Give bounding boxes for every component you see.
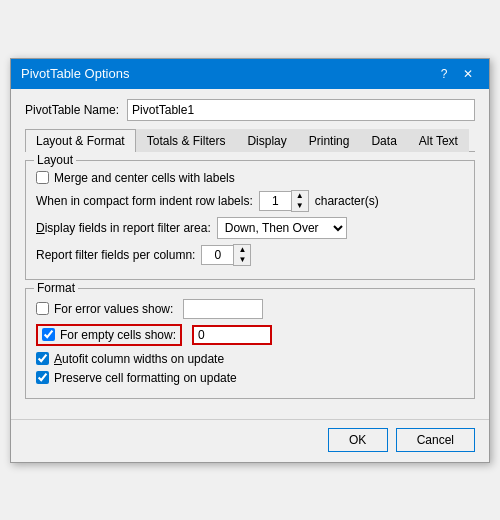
pivot-name-input[interactable] — [127, 99, 475, 121]
compact-indent-down[interactable]: ▼ — [292, 201, 308, 211]
empty-cells-label: For empty cells show: — [60, 328, 176, 342]
compact-indent-input[interactable] — [259, 191, 291, 211]
compact-indent-label: When in compact form indent row labels: — [36, 194, 253, 208]
merge-center-row: Merge and center cells with labels — [36, 171, 464, 185]
filter-per-column-down[interactable]: ▼ — [234, 255, 250, 265]
filter-per-column-row: Report filter fields per column: ▲ ▼ — [36, 244, 464, 266]
compact-indent-spinner: ▲ ▼ — [259, 190, 309, 212]
format-section: Format For error values show: For empty … — [25, 288, 475, 399]
dialog-title: PivotTable Options — [21, 66, 129, 81]
name-row: PivotTable Name: — [25, 99, 475, 121]
compact-indent-suffix: character(s) — [315, 194, 379, 208]
filter-per-column-label: Report filter fields per column: — [36, 248, 195, 262]
preserve-format-checkbox[interactable] — [36, 371, 49, 384]
error-values-checkbox[interactable] — [36, 302, 49, 315]
empty-cells-input[interactable] — [192, 325, 272, 345]
tabs-bar: Layout & Format Totals & Filters Display… — [25, 129, 475, 152]
layout-section-content: Merge and center cells with labels When … — [36, 171, 464, 266]
empty-cells-checkbox[interactable] — [42, 328, 55, 341]
tab-layout-format[interactable]: Layout & Format — [25, 129, 136, 152]
compact-indent-spin-buttons: ▲ ▼ — [291, 190, 309, 212]
display-fields-label: Display fields in report filter area: — [36, 221, 211, 235]
autofit-row: Autofit column widths on update — [36, 352, 464, 366]
layout-section: Layout Merge and center cells with label… — [25, 160, 475, 280]
dialog-footer: OK Cancel — [11, 419, 489, 462]
tab-totals-filters[interactable]: Totals & Filters — [136, 129, 237, 152]
dialog-body: PivotTable Name: Layout & Format Totals … — [11, 89, 489, 419]
pivot-table-options-dialog: PivotTable Options ? ✕ PivotTable Name: … — [10, 58, 490, 463]
filter-per-column-input[interactable] — [201, 245, 233, 265]
compact-indent-up[interactable]: ▲ — [292, 191, 308, 201]
title-bar-buttons: ? ✕ — [433, 65, 479, 83]
filter-per-column-spin-buttons: ▲ ▼ — [233, 244, 251, 266]
merge-center-checkbox[interactable] — [36, 171, 49, 184]
pivot-name-label: PivotTable Name: — [25, 103, 119, 117]
error-values-checkbox-row: For error values show: — [36, 302, 173, 316]
help-button[interactable]: ? — [433, 65, 455, 83]
display-fields-row: Display fields in report filter area: Do… — [36, 217, 464, 239]
display-fields-select[interactable]: Down, Then Over Over, Then Down — [217, 217, 347, 239]
preserve-format-label: Preserve cell formatting on update — [54, 371, 237, 385]
layout-section-title: Layout — [34, 153, 76, 167]
tab-data[interactable]: Data — [360, 129, 407, 152]
format-section-content: For error values show: For empty cells s… — [36, 299, 464, 385]
merge-center-label: Merge and center cells with labels — [54, 171, 235, 185]
empty-cells-highlight-box: For empty cells show: — [36, 324, 182, 346]
title-bar: PivotTable Options ? ✕ — [11, 59, 489, 89]
filter-per-column-spinner: ▲ ▼ — [201, 244, 251, 266]
error-values-label: For error values show: — [54, 302, 173, 316]
error-values-input[interactable] — [183, 299, 263, 319]
preserve-format-row: Preserve cell formatting on update — [36, 371, 464, 385]
empty-cells-row: For empty cells show: — [36, 324, 464, 346]
autofit-checkbox[interactable] — [36, 352, 49, 365]
error-values-row: For error values show: — [36, 299, 464, 319]
tab-printing[interactable]: Printing — [298, 129, 361, 152]
tab-alt-text[interactable]: Alt Text — [408, 129, 469, 152]
filter-per-column-up[interactable]: ▲ — [234, 245, 250, 255]
format-section-title: Format — [34, 281, 78, 295]
autofit-label: Autofit column widths on update — [54, 352, 224, 366]
close-button[interactable]: ✕ — [457, 65, 479, 83]
compact-indent-row: When in compact form indent row labels: … — [36, 190, 464, 212]
tab-display[interactable]: Display — [236, 129, 297, 152]
cancel-button[interactable]: Cancel — [396, 428, 475, 452]
ok-button[interactable]: OK — [328, 428, 388, 452]
